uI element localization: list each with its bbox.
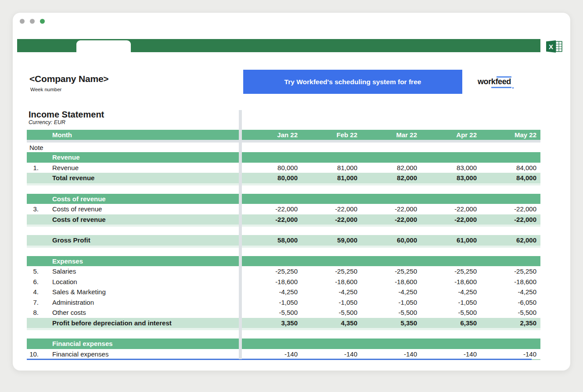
value-cell: 82,000 bbox=[361, 174, 421, 182]
value-cell: 5,350 bbox=[361, 319, 421, 327]
week-number-label: Week number bbox=[30, 87, 61, 92]
value-cell: -4,250 bbox=[481, 288, 540, 296]
value-cell: -18,600 bbox=[302, 278, 361, 285]
total-label: Profit before depreciation and interest bbox=[27, 319, 239, 327]
value-cell: 58,000 bbox=[242, 236, 302, 244]
value-cell: -140 bbox=[421, 350, 481, 358]
total-row: Profit before depreciation and interest3… bbox=[27, 318, 540, 328]
window-control-dot[interactable] bbox=[40, 19, 45, 24]
value-cell: -18,600 bbox=[242, 278, 302, 285]
value-cell: -4,250 bbox=[302, 288, 361, 296]
workfeed-banner-button[interactable]: Try Workfeed's scheduling system for fre… bbox=[243, 70, 462, 94]
value-cell: -25,250 bbox=[361, 267, 421, 275]
row-gap bbox=[27, 227, 540, 235]
value-cell: 59,000 bbox=[302, 236, 361, 244]
value-cell: 81,000 bbox=[302, 174, 361, 182]
row-note: 5. bbox=[27, 267, 39, 275]
window-control-dot[interactable] bbox=[20, 19, 25, 24]
value-cell: -25,250 bbox=[481, 267, 540, 275]
sheet-tab-bar bbox=[17, 39, 540, 52]
section-label: Costs of revenue bbox=[27, 195, 239, 203]
value-cell: -1,050 bbox=[302, 299, 361, 306]
row-label: Salaries bbox=[52, 267, 76, 275]
value-cell: May 22 bbox=[481, 131, 540, 139]
row-label: Revenue bbox=[52, 164, 79, 171]
section-header-row: Costs of revenue bbox=[27, 194, 540, 204]
value-cell: -22,000 bbox=[481, 205, 540, 213]
value-cell: -22,000 bbox=[302, 216, 361, 223]
total-label: Costs of revenue bbox=[27, 216, 239, 223]
app-window: X <Company Name> Week number Try Workfee… bbox=[12, 12, 571, 371]
value-cell: -18,600 bbox=[421, 278, 481, 285]
note-column-label: Note bbox=[27, 144, 239, 151]
value-cell: -5,500 bbox=[242, 309, 302, 316]
value-cell: -18,600 bbox=[361, 278, 421, 285]
row-label: Costs of revenue bbox=[52, 205, 102, 213]
value-cell: 4,350 bbox=[302, 319, 361, 327]
excel-icon[interactable]: X bbox=[546, 40, 564, 53]
value-cell: -22,000 bbox=[481, 216, 540, 223]
value-cell: 84,000 bbox=[481, 174, 540, 182]
value-cell: -5,500 bbox=[421, 309, 481, 316]
line-item-row: 6.Location-18,600-18,600-18,600-18,600-1… bbox=[27, 277, 540, 287]
value-cell: 80,000 bbox=[242, 174, 302, 182]
row-gap bbox=[27, 248, 540, 256]
section-label: Financial expenses bbox=[27, 340, 239, 347]
value-cell: -140 bbox=[481, 350, 540, 358]
value-cell: -22,000 bbox=[361, 216, 421, 223]
line-item-row: 10.Financial expenses-140-140-140-140-14… bbox=[27, 349, 540, 360]
value-cell: -6,050 bbox=[481, 299, 540, 306]
section-label: Revenue bbox=[27, 153, 239, 161]
value-cell: -22,000 bbox=[242, 216, 302, 223]
section-label: Expenses bbox=[27, 257, 239, 265]
value-cell: -4,250 bbox=[242, 288, 302, 296]
line-item-row: 5.Salaries-25,250-25,250-25,250-25,250-2… bbox=[27, 266, 540, 277]
row-label: Other costs bbox=[52, 309, 86, 316]
value-cell: -4,250 bbox=[361, 288, 421, 296]
value-cell: -1,050 bbox=[242, 299, 302, 306]
total-row: Gross Profit58,00059,00060,00061,00062,0… bbox=[27, 235, 540, 246]
value-cell: 3,350 bbox=[242, 319, 302, 327]
row-label: Sales & Marketing bbox=[52, 288, 106, 296]
svg-text:X: X bbox=[549, 43, 553, 50]
row-gap bbox=[27, 185, 540, 194]
row-note: 1. bbox=[27, 164, 39, 171]
logo-text-feed: feed bbox=[495, 77, 511, 86]
value-cell: -22,000 bbox=[421, 216, 481, 223]
row-note: 4. bbox=[27, 288, 39, 296]
value-cell: -18,600 bbox=[481, 278, 540, 285]
value-cell: 83,000 bbox=[421, 174, 481, 182]
company-name-heading: <Company Name> bbox=[29, 73, 108, 85]
value-cell: -25,250 bbox=[302, 267, 361, 275]
window-titlebar bbox=[20, 19, 45, 24]
value-cell: Jan 22 bbox=[242, 131, 302, 139]
value-cell: -22,000 bbox=[361, 205, 421, 213]
workfeed-logo[interactable]: workfeed bbox=[478, 77, 511, 86]
value-cell: 62,000 bbox=[481, 236, 540, 244]
statement-currency: Currency: EUR bbox=[29, 119, 65, 126]
value-cell: 2,350 bbox=[481, 319, 540, 327]
window-control-dot[interactable] bbox=[30, 19, 35, 24]
value-cell: 81,000 bbox=[302, 164, 361, 171]
row-label: Financial expenses bbox=[52, 350, 108, 358]
value-cell: 84,000 bbox=[481, 164, 540, 171]
value-cell: -5,500 bbox=[302, 309, 361, 316]
income-table: MonthJan 22Feb 22Mar 22Apr 22May 22NoteR… bbox=[27, 130, 540, 359]
value-cell: -4,250 bbox=[421, 288, 481, 296]
value-cell: -140 bbox=[242, 350, 302, 358]
active-sheet-tab[interactable] bbox=[76, 40, 131, 52]
value-cell: -25,250 bbox=[421, 267, 481, 275]
statement-title: Income Statement bbox=[29, 110, 104, 119]
row-note: 6. bbox=[27, 278, 39, 285]
logo-text-work: work bbox=[478, 77, 495, 86]
total-row: Total revenue80,00081,00082,00083,00084,… bbox=[27, 173, 540, 183]
row-note: 7. bbox=[27, 299, 39, 306]
value-cell: -1,050 bbox=[361, 299, 421, 306]
total-label: Total revenue bbox=[27, 174, 239, 182]
line-item-row: 1.Revenue80,00081,00082,00083,00084,000 bbox=[27, 163, 540, 173]
line-item-row: 3.Costs of revenue-22,000-22,000-22,000-… bbox=[27, 204, 540, 214]
total-label: Gross Profit bbox=[27, 236, 239, 244]
value-cell: -140 bbox=[361, 350, 421, 358]
line-item-row: 4.Sales & Marketing-4,250-4,250-4,250-4,… bbox=[27, 287, 540, 297]
value-cell: 80,000 bbox=[242, 164, 302, 171]
